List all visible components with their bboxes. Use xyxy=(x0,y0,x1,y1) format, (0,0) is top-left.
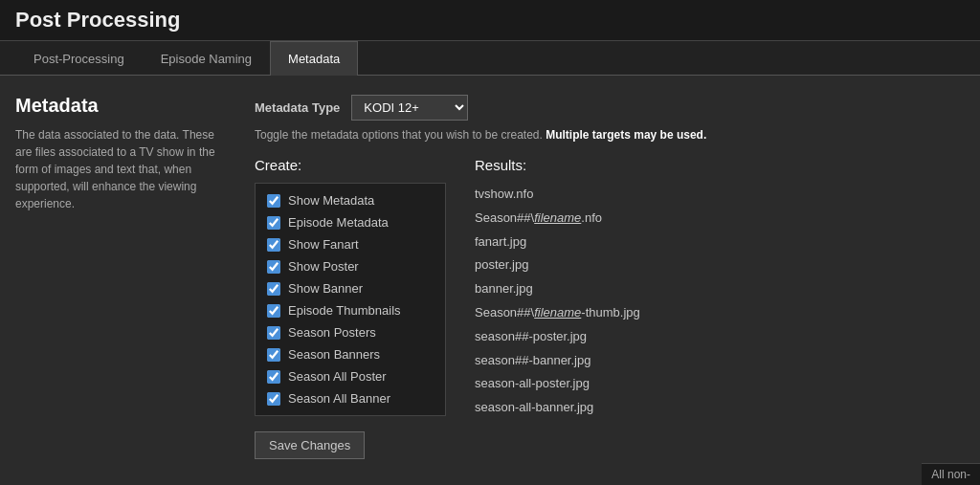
checkbox-season-banners[interactable]: Season Banners xyxy=(263,345,437,364)
content-area: Metadata The data associated to the data… xyxy=(0,76,980,478)
checkbox-label-season-posters: Season Posters xyxy=(288,325,376,340)
checkbox-label-season-all-banner: Season All Banner xyxy=(288,391,390,406)
checkbox-episode-thumbnails[interactable]: Episode Thumbnails xyxy=(263,301,437,320)
result-season-filename-thumb: Season##\filename-thumb.jpg xyxy=(475,303,666,323)
page-header: Post Processing xyxy=(0,0,980,41)
page-title: Post Processing xyxy=(15,8,965,33)
tab-post-processing[interactable]: Post-Processing xyxy=(15,41,143,76)
result-tvshow-nfo: tvshow.nfo xyxy=(475,185,666,205)
checkbox-label-show-poster: Show Poster xyxy=(288,259,359,274)
create-section-title: Create: xyxy=(255,157,446,173)
toggle-note-text: Toggle the metadata options that you wis… xyxy=(255,128,546,142)
create-section: Create: Show Metadata Episode Metadata S… xyxy=(255,157,446,459)
result-poster-jpg: poster.jpg xyxy=(475,255,666,276)
checkbox-season-all-poster[interactable]: Season All Poster xyxy=(263,367,437,386)
checkbox-episode-metadata[interactable]: Episode Metadata xyxy=(263,213,437,231)
tab-episode-naming[interactable]: Episode Naming xyxy=(143,41,270,76)
results-section: Results: tvshow.nfo Season##\filename.nf… xyxy=(475,157,666,459)
checkbox-season-posters[interactable]: Season Posters xyxy=(263,323,437,342)
result-season-banner-jpg: season##-banner.jpg xyxy=(475,351,666,371)
checkbox-label-season-all-poster: Season All Poster xyxy=(288,369,387,384)
checkbox-show-poster[interactable]: Show Poster xyxy=(263,257,437,276)
checkbox-show-fanart[interactable]: Show Fanart xyxy=(263,235,437,254)
save-changes-button[interactable]: Save Changes xyxy=(255,431,365,459)
main-panel: Metadata Type KODI 12+ KODI 11 MediaBrow… xyxy=(255,95,965,459)
results-list: tvshow.nfo Season##\filename.nfo fanart.… xyxy=(475,183,666,418)
result-fanart-jpg: fanart.jpg xyxy=(475,232,666,253)
sidebar-description: Metadata The data associated to the data… xyxy=(15,95,226,459)
toggle-note-bold: Multiple targets may be used. xyxy=(546,128,706,142)
toggle-note: Toggle the metadata options that you wis… xyxy=(255,128,965,142)
metadata-type-select[interactable]: KODI 12+ KODI 11 MediaBrowser XBMC xyxy=(351,95,468,121)
results-section-title: Results: xyxy=(475,157,666,173)
bottom-bar-text: All non- xyxy=(931,468,970,481)
tab-metadata[interactable]: Metadata xyxy=(270,41,358,76)
sidebar-text: The data associated to the data. These a… xyxy=(15,126,226,212)
result-season-filename-nfo: Season##\filename.nfo xyxy=(475,209,666,229)
checkbox-label-show-banner: Show Banner xyxy=(288,281,363,296)
sidebar-title: Metadata xyxy=(15,95,226,117)
checkbox-label-episode-metadata: Episode Metadata xyxy=(288,215,389,230)
create-results-row: Create: Show Metadata Episode Metadata S… xyxy=(255,157,965,459)
metadata-type-label: Metadata Type xyxy=(255,100,340,115)
result-season-poster-jpg: season##-poster.jpg xyxy=(475,327,666,347)
checkbox-label-show-metadata: Show Metadata xyxy=(288,193,374,208)
metadata-type-row: Metadata Type KODI 12+ KODI 11 MediaBrow… xyxy=(255,95,965,121)
result-season-all-poster-jpg: season-all-poster.jpg xyxy=(475,374,666,394)
checkbox-label-season-banners: Season Banners xyxy=(288,347,380,362)
tab-bar: Post-Processing Episode Naming Metadata xyxy=(0,41,980,76)
checkbox-show-banner[interactable]: Show Banner xyxy=(263,279,437,298)
checkbox-season-all-banner[interactable]: Season All Banner xyxy=(263,389,437,408)
bottom-bar: All non- xyxy=(922,463,980,485)
result-season-all-banner-jpg: season-all-banner.jpg xyxy=(475,398,666,418)
checkbox-label-episode-thumbnails: Episode Thumbnails xyxy=(288,303,401,318)
checkbox-list: Show Metadata Episode Metadata Show Fana… xyxy=(255,183,446,416)
result-banner-jpg: banner.jpg xyxy=(475,279,666,299)
checkbox-label-show-fanart: Show Fanart xyxy=(288,237,359,252)
checkbox-show-metadata[interactable]: Show Metadata xyxy=(263,191,437,209)
